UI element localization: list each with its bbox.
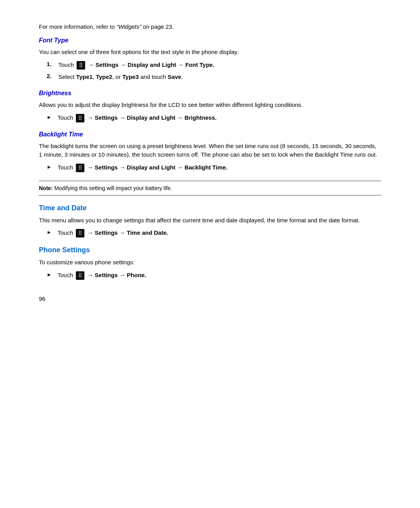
time-and-date-bullet: ► Touch → Settings → Time and Date. bbox=[47, 229, 381, 237]
backlight-time-bullet: ► Touch → Settings → Display and Light →… bbox=[47, 163, 381, 172]
note-text: Modifying this setting will impact your … bbox=[53, 185, 172, 191]
font-type-section: Font Type You can select one of three fo… bbox=[39, 37, 381, 81]
backlight-time-heading: Backlight Time bbox=[39, 131, 381, 138]
brightness-path: → Settings → Display and Light → Brightn… bbox=[87, 114, 217, 121]
step2-type1: Type1 bbox=[76, 73, 93, 80]
step2-save: Save bbox=[168, 73, 181, 80]
brightness-bullet: ► Touch → Settings → Display and Light →… bbox=[47, 113, 381, 122]
font-type-heading: Font Type bbox=[39, 37, 381, 44]
menu-icon-brightness bbox=[76, 114, 84, 122]
menu-icon-phone bbox=[76, 271, 84, 280]
menu-icon-step1 bbox=[77, 61, 85, 70]
backlight-touch: Touch bbox=[58, 164, 73, 171]
note-box: Note: Modifying this setting will impact… bbox=[39, 181, 381, 196]
backlight-instruction: Touch → Settings → Display and Light → B… bbox=[58, 163, 228, 172]
time-and-date-body: This menu allows you to change settings … bbox=[39, 216, 381, 225]
backlight-path: → Settings → Display and Light → Backlig… bbox=[87, 164, 228, 171]
phone-settings-section: Phone Settings To customize various phon… bbox=[39, 246, 381, 280]
step1-number: 1. bbox=[47, 61, 56, 67]
step2-type2: Type2 bbox=[96, 73, 112, 80]
step2-text: Select Type1, Type2, or Type3 and touch … bbox=[58, 73, 183, 82]
step1-touch: Touch bbox=[58, 61, 74, 68]
time-and-date-instruction: Touch → Settings → Time and Date. bbox=[58, 229, 168, 237]
step2-end: . bbox=[181, 73, 183, 80]
phone-settings-heading: Phone Settings bbox=[39, 246, 381, 254]
time-and-date-section: Time and Date This menu allows you to ch… bbox=[39, 204, 381, 238]
brightness-instruction: Touch → Settings → Display and Light → B… bbox=[58, 113, 217, 122]
step2-number: 2. bbox=[47, 73, 56, 79]
phone-settings-instruction: Touch → Settings → Phone. bbox=[58, 271, 146, 280]
phone-settings-body: To customize various phone settings: bbox=[39, 258, 381, 267]
backlight-time-section: Backlight Time The backlight turns the s… bbox=[39, 131, 381, 172]
phone-settings-bullet: ► Touch → Settings → Phone. bbox=[47, 271, 381, 280]
phone-path: → Settings → Phone. bbox=[87, 272, 146, 278]
step1-path: → Settings → Display and Light → Font Ty… bbox=[88, 61, 214, 68]
step2-select: Select bbox=[58, 73, 76, 80]
bullet-arrow-brightness: ► bbox=[47, 114, 54, 120]
time-and-date-heading: Time and Date bbox=[39, 204, 381, 212]
phone-touch: Touch bbox=[58, 272, 73, 278]
page-number: 96 bbox=[39, 295, 381, 302]
brightness-heading: Brightness bbox=[39, 90, 381, 97]
brightness-body: Allows you to adjust the display brightn… bbox=[39, 101, 381, 110]
intro-text-before: For more information, refer to bbox=[39, 23, 116, 30]
bullet-arrow-backlight: ► bbox=[47, 164, 54, 170]
menu-icon-time bbox=[76, 229, 84, 237]
font-type-step1: 1. Touch → Settings → Display and Light … bbox=[47, 61, 381, 70]
backlight-time-body: The backlight turns the screen on using … bbox=[39, 142, 381, 159]
step1-text: Touch → Settings → Display and Light → F… bbox=[58, 61, 214, 70]
bullet-arrow-phone: ► bbox=[47, 272, 54, 278]
note-label: Note: bbox=[39, 185, 53, 191]
time-path: → Settings → Time and Date. bbox=[87, 229, 168, 236]
brightness-section: Brightness Allows you to adjust the disp… bbox=[39, 90, 381, 122]
brightness-touch: Touch bbox=[58, 114, 73, 121]
step2-comma2: , or bbox=[112, 73, 122, 80]
intro-text-after: on page 23. bbox=[141, 23, 173, 30]
note-paragraph: Note: Modifying this setting will impact… bbox=[39, 185, 381, 191]
step2-suffix: and touch bbox=[139, 73, 168, 80]
font-type-body: You can select one of three font options… bbox=[39, 48, 381, 57]
font-type-step2: 2. Select Type1, Type2, or Type3 and tou… bbox=[47, 73, 381, 82]
step2-type3: Type3 bbox=[122, 73, 139, 80]
bullet-arrow-time: ► bbox=[47, 229, 54, 235]
menu-icon-backlight bbox=[76, 164, 84, 172]
intro-italic: “Widgets” bbox=[116, 23, 141, 30]
time-touch: Touch bbox=[58, 229, 73, 236]
page-content: For more information, refer to “Widgets”… bbox=[39, 23, 381, 302]
intro-paragraph: For more information, refer to “Widgets”… bbox=[39, 23, 381, 30]
